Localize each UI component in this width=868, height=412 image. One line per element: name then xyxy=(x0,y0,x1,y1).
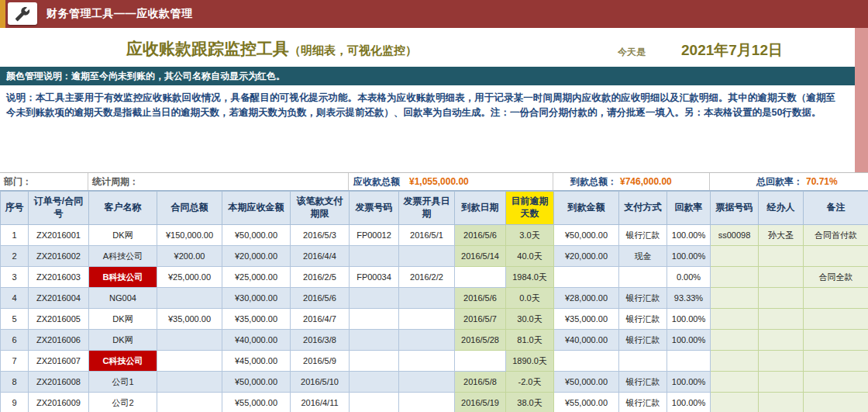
cell[interactable] xyxy=(759,267,804,288)
cell[interactable]: 银行汇款 xyxy=(619,288,667,309)
cell[interactable]: 1984.0天 xyxy=(506,267,554,288)
cell[interactable] xyxy=(804,330,868,351)
department-cell[interactable]: 部门： xyxy=(0,173,88,190)
cell[interactable] xyxy=(711,267,759,288)
cell[interactable]: 100.00% xyxy=(667,393,711,412)
cell[interactable]: 100.00% xyxy=(667,330,711,351)
cell[interactable]: -2.0天 xyxy=(506,372,554,393)
cell[interactable]: 30.0天 xyxy=(506,309,554,330)
column-header[interactable]: 发票开具日期 xyxy=(399,192,455,225)
cell[interactable]: ss00098 xyxy=(711,225,759,246)
cell[interactable]: ¥35,000.00 xyxy=(157,309,222,330)
cell[interactable]: ¥40,000.00 xyxy=(222,330,291,351)
cell[interactable]: DK网 xyxy=(89,330,157,351)
cell[interactable]: 2016/2/5 xyxy=(291,267,350,288)
column-header[interactable]: 本期应收金额 xyxy=(222,192,291,225)
cell[interactable]: A科技公司 xyxy=(89,246,157,267)
cell[interactable] xyxy=(350,246,399,267)
cell[interactable]: 100.00% xyxy=(667,372,711,393)
cell[interactable]: ZX2016009 xyxy=(29,393,89,412)
cell[interactable]: 0.00% xyxy=(667,267,711,288)
cell[interactable]: 2016/5/10 xyxy=(291,372,350,393)
cell[interactable]: ¥45,000.00 xyxy=(222,351,291,372)
cell[interactable]: ¥30,000.00 xyxy=(222,288,291,309)
cell[interactable] xyxy=(619,351,667,372)
column-header[interactable]: 备注 xyxy=(804,192,868,225)
column-header[interactable]: 经办人 xyxy=(759,192,804,225)
cell[interactable]: 2016/5/3 xyxy=(291,225,350,246)
cell[interactable] xyxy=(399,246,455,267)
cell[interactable]: ZX2016002 xyxy=(29,246,89,267)
column-header[interactable]: 回款率 xyxy=(667,192,711,225)
cell[interactable]: 2016/4/11 xyxy=(291,393,350,412)
collection-rate-cell[interactable]: 总回款率： 70.71% xyxy=(710,173,868,190)
cell[interactable]: 2016/5/9 xyxy=(291,351,350,372)
receivable-total-cell[interactable]: 应收款总额 ¥1,055,000.00 xyxy=(349,173,553,190)
column-header[interactable]: 到款金额 xyxy=(554,192,619,225)
cell[interactable]: ZX2016001 xyxy=(29,225,89,246)
cell[interactable]: 银行汇款 xyxy=(619,372,667,393)
cell[interactable]: ¥50,000.00 xyxy=(554,372,619,393)
cell[interactable]: 1 xyxy=(1,225,29,246)
cell[interactable]: ¥20,000.00 xyxy=(554,246,619,267)
cell[interactable]: ZX2016006 xyxy=(29,330,89,351)
cell[interactable] xyxy=(399,288,455,309)
column-header[interactable]: 发票号码 xyxy=(350,192,399,225)
cell[interactable]: 现金 xyxy=(619,246,667,267)
cell[interactable]: 5 xyxy=(1,309,29,330)
column-header[interactable]: 目前逾期天数 xyxy=(506,192,554,225)
cell[interactable] xyxy=(711,288,759,309)
cell[interactable]: 7 xyxy=(1,351,29,372)
cell[interactable] xyxy=(804,246,868,267)
received-total-cell[interactable]: 到款总额： ¥746,000.00 xyxy=(553,173,710,190)
cell[interactable]: ¥25,000.00 xyxy=(157,267,222,288)
cell[interactable] xyxy=(711,393,759,412)
cell[interactable] xyxy=(711,351,759,372)
cell[interactable] xyxy=(399,330,455,351)
cell[interactable]: DK网 xyxy=(89,309,157,330)
column-header[interactable]: 到款日期 xyxy=(455,192,506,225)
cell[interactable] xyxy=(399,393,455,412)
cell[interactable]: 2016/2/2 xyxy=(399,267,455,288)
cell[interactable]: ¥35,000.00 xyxy=(222,309,291,330)
cell[interactable]: 0.0天 xyxy=(506,288,554,309)
cell[interactable] xyxy=(157,330,222,351)
cell[interactable]: 银行汇款 xyxy=(619,225,667,246)
cell[interactable]: DK网 xyxy=(89,225,157,246)
cell[interactable] xyxy=(350,309,399,330)
cell[interactable]: 公司1 xyxy=(89,372,157,393)
cell[interactable]: ¥25,000.00 xyxy=(222,267,291,288)
cell[interactable] xyxy=(711,330,759,351)
cell[interactable]: FP00012 xyxy=(350,225,399,246)
cell[interactable] xyxy=(455,267,506,288)
cell[interactable] xyxy=(759,309,804,330)
cell[interactable]: ZX2016008 xyxy=(29,372,89,393)
cell[interactable] xyxy=(711,309,759,330)
cell[interactable]: 2016/5/28 xyxy=(455,330,506,351)
cell[interactable]: ¥28,000.00 xyxy=(554,288,619,309)
cell[interactable] xyxy=(350,372,399,393)
cell[interactable] xyxy=(667,351,711,372)
period-cell[interactable]: 统计周期： xyxy=(88,173,349,190)
column-header[interactable]: 票据号码 xyxy=(711,192,759,225)
cell[interactable]: 93.33% xyxy=(667,288,711,309)
cell[interactable]: 银行汇款 xyxy=(619,393,667,412)
cell[interactable]: 2016/4/4 xyxy=(291,246,350,267)
cell[interactable]: 合同全款 xyxy=(804,267,868,288)
cell[interactable]: ¥55,000.00 xyxy=(554,393,619,412)
cell[interactable]: ZX2016007 xyxy=(29,351,89,372)
cell[interactable]: ZX2016004 xyxy=(29,288,89,309)
cell[interactable] xyxy=(399,372,455,393)
column-header[interactable]: 支付方式 xyxy=(619,192,667,225)
cell[interactable]: B科技公司 xyxy=(89,267,157,288)
cell[interactable] xyxy=(455,351,506,372)
cell[interactable]: 孙大圣 xyxy=(759,225,804,246)
cell[interactable]: 银行汇款 xyxy=(619,309,667,330)
cell[interactable]: NG004 xyxy=(89,288,157,309)
cell[interactable]: 1890.0天 xyxy=(506,351,554,372)
cell[interactable]: 2016/5/19 xyxy=(455,393,506,412)
cell[interactable]: FP00034 xyxy=(350,267,399,288)
cell[interactable]: C科技公司 xyxy=(89,351,157,372)
column-header[interactable]: 合同总额 xyxy=(157,192,222,225)
cell[interactable]: ¥40,000.00 xyxy=(554,330,619,351)
